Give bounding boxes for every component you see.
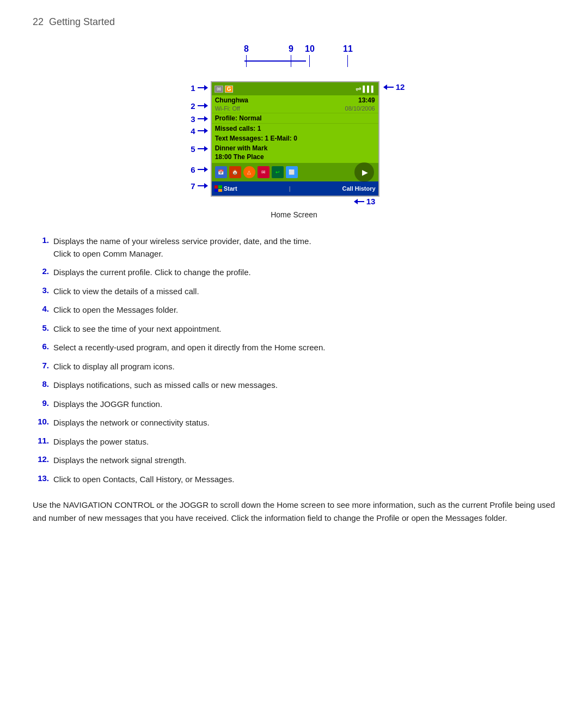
notification-icon: ✉ bbox=[215, 86, 223, 93]
left-label-4: 4 bbox=[183, 125, 207, 136]
top-label-8: 8 bbox=[244, 44, 249, 67]
list-num-11: 11. bbox=[33, 436, 53, 445]
list-item-2: 2. Displays the current profile. Click t… bbox=[33, 266, 555, 279]
left-label-6: 6 bbox=[183, 161, 207, 178]
list-num-12: 12. bbox=[33, 454, 53, 464]
list-text-13: Click to open Contacts, Call History, or… bbox=[53, 473, 234, 486]
app-icons-row: 📅 🏠 △ ✉ ↩ ⬜ bbox=[212, 163, 378, 181]
wifi-status: Wi-Fi: Off bbox=[215, 105, 240, 112]
list-text-2: Displays the current profile. Click to c… bbox=[53, 266, 251, 279]
left-label-7: 7 bbox=[183, 179, 207, 193]
screen-date: 08/10/2006 bbox=[345, 105, 375, 112]
appointment-title: Dinner with Mark bbox=[212, 143, 378, 153]
bottom-paragraph: Use the NAVIGATION CONTROL or the JOGGR … bbox=[33, 499, 555, 525]
top-label-10: 10 bbox=[305, 44, 315, 67]
g-icon: G bbox=[225, 86, 234, 93]
phone-screen: ✉ G ⇌ ▌▌▌ Chunghwa 13:49 Wi-Fi: Off 08/1… bbox=[211, 81, 379, 197]
diagram-container: 8 9 10 11 1 bbox=[33, 44, 555, 219]
list-num-4: 4. bbox=[33, 304, 53, 313]
bottom-label-13: 13 bbox=[354, 197, 376, 206]
right-labels: 12 bbox=[384, 81, 405, 92]
messages-row: Text Messages: 1 E-Mail: 0 bbox=[212, 133, 378, 143]
list-num-1: 1. bbox=[33, 235, 53, 245]
list-num-2: 2. bbox=[33, 266, 53, 276]
missed-calls-row: Missed calls: 1 bbox=[212, 123, 378, 133]
list-text-9: Displays the JOGGR function. bbox=[53, 398, 162, 411]
status-icons-left: ✉ G bbox=[215, 86, 234, 93]
right-label-12: 12 bbox=[384, 82, 405, 92]
app-icon-5: ↩ bbox=[272, 166, 284, 178]
list-item-6: 6. Select a recently-used program, and o… bbox=[33, 342, 555, 354]
call-history-label: Call History bbox=[342, 185, 376, 192]
connectivity-icon: ⇌ bbox=[356, 85, 361, 93]
list-num-13: 13. bbox=[33, 473, 53, 483]
left-label-3: 3 bbox=[183, 113, 207, 124]
top-label-11: 11 bbox=[343, 44, 353, 67]
play-button[interactable]: ▶ bbox=[354, 162, 374, 182]
list-item-7: 7. Click to display all program icons. bbox=[33, 361, 555, 373]
list-num-8: 8. bbox=[33, 379, 53, 388]
list-item-4: 4. Click to open the Messages folder. bbox=[33, 304, 555, 317]
app-icon-4: ✉ bbox=[258, 166, 270, 178]
diagram-caption: Home Screen bbox=[271, 210, 317, 219]
app-icon-2: 🏠 bbox=[229, 166, 241, 178]
list-item-1: 1. Displays the name of your wireless se… bbox=[33, 235, 555, 260]
list-item-13: 13. Click to open Contacts, Call History… bbox=[33, 473, 555, 486]
list-item-8: 8. Displays notifications, such as misse… bbox=[33, 379, 555, 392]
carrier-time-row: Chunghwa 13:49 bbox=[212, 95, 378, 105]
list-num-3: 3. bbox=[33, 285, 53, 295]
screen-status-bar: ✉ G ⇌ ▌▌▌ bbox=[212, 82, 378, 95]
taskbar-divider: | bbox=[289, 185, 291, 192]
list-text-11: Displays the power status. bbox=[53, 436, 149, 448]
list-text-3: Click to view the details of a missed ca… bbox=[53, 285, 199, 298]
top-labels-row: 8 9 10 11 bbox=[163, 44, 425, 81]
top-label-9: 9 bbox=[289, 44, 293, 67]
screen-row: 1 2 3 4 bbox=[183, 81, 405, 197]
list-text-8: Displays notifications, such as missed c… bbox=[53, 379, 278, 392]
start-button[interactable]: Start bbox=[215, 185, 237, 192]
list-num-10: 10. bbox=[33, 417, 53, 426]
left-label-2: 2 bbox=[183, 100, 207, 112]
list-text-10: Displays the network or connectivity sta… bbox=[53, 417, 210, 429]
screen-taskbar: Start | Call History bbox=[212, 181, 378, 196]
list-item-10: 10. Displays the network or connectivity… bbox=[33, 417, 555, 429]
list-num-6: 6. bbox=[33, 342, 53, 351]
appointment-time: 18:00 The Place bbox=[212, 153, 378, 163]
list-text-4: Click to open the Messages folder. bbox=[53, 304, 178, 317]
profile-row: Profile: Normal bbox=[212, 113, 378, 123]
page-number: 22 bbox=[33, 16, 44, 27]
list-num-7: 7. bbox=[33, 361, 53, 370]
list-item-5: 5. Click to see the time of your next ap… bbox=[33, 323, 555, 336]
list-text-5: Click to see the time of your next appoi… bbox=[53, 323, 222, 336]
list-item-11: 11. Displays the power status. bbox=[33, 436, 555, 448]
left-labels: 1 2 3 4 bbox=[183, 81, 207, 193]
signal-icon: ▌▌▌ bbox=[363, 86, 375, 92]
list-num-5: 5. bbox=[33, 323, 53, 332]
wifi-date-row: Wi-Fi: Off 08/10/2006 bbox=[212, 105, 378, 113]
windows-flag-icon bbox=[215, 185, 222, 192]
app-icon-1: 📅 bbox=[215, 166, 227, 178]
status-icons-right: ⇌ ▌▌▌ bbox=[356, 85, 375, 93]
left-label-5: 5 bbox=[183, 138, 207, 159]
list-num-9: 9. bbox=[33, 398, 53, 408]
page-title: Getting Started bbox=[49, 16, 115, 27]
list-text-7: Click to display all program icons. bbox=[53, 361, 175, 373]
start-label: Start bbox=[224, 185, 237, 192]
list-text-1: Displays the name of your wireless servi… bbox=[53, 235, 311, 260]
app-icon-3: △ bbox=[243, 166, 255, 178]
screen-time: 13:49 bbox=[358, 96, 375, 104]
list-item-3: 3. Click to view the details of a missed… bbox=[33, 285, 555, 298]
page-header: 22 Getting Started bbox=[33, 16, 555, 28]
left-label-1: 1 bbox=[183, 81, 207, 94]
list-text-12: Displays the network signal strength. bbox=[53, 454, 186, 467]
list-section: 1. Displays the name of your wireless se… bbox=[33, 235, 555, 485]
list-text-6: Select a recently-used program, and open… bbox=[53, 342, 325, 354]
carrier-name: Chunghwa bbox=[215, 96, 248, 104]
app-icon-6: ⬜ bbox=[286, 166, 298, 178]
list-item-9: 9. Displays the JOGGR function. bbox=[33, 398, 555, 411]
list-item-12: 12. Displays the network signal strength… bbox=[33, 454, 555, 467]
